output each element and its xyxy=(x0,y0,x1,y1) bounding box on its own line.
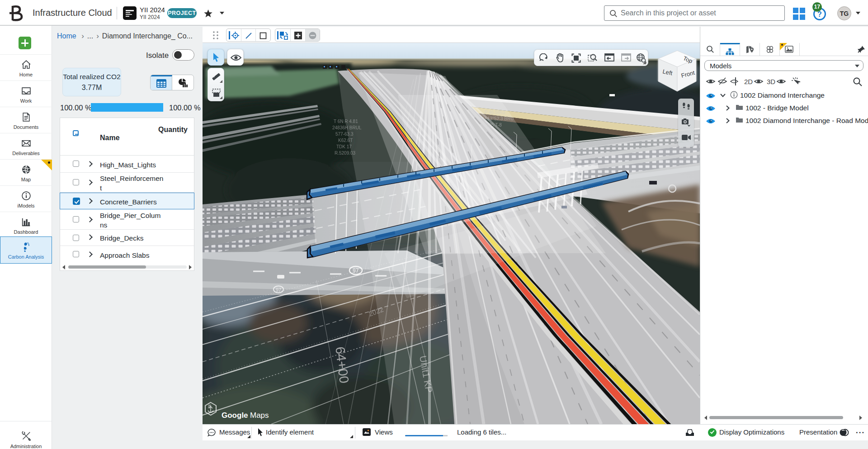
svg-text:24836H BRUL: 24836H BRUL xyxy=(332,125,362,130)
svg-text:2D: 2D xyxy=(744,78,753,85)
svg-text:Maps: Maps xyxy=(250,411,269,420)
svg-text:TDK 17: TDK 17 xyxy=(336,144,352,149)
svg-text:Google: Google xyxy=(222,411,248,420)
svg-text:97: 97 xyxy=(276,287,281,293)
svg-text:P 46.5863: P 46.5863 xyxy=(485,110,505,115)
svg-text:R.5209.03: R.5209.03 xyxy=(335,151,356,156)
svg-text:97: 97 xyxy=(353,268,359,274)
svg-text:105 T-8: 105 T-8 xyxy=(486,123,502,128)
svg-text:T 6N R 4.81: T 6N R 4.81 xyxy=(334,119,358,124)
svg-text:577-63.3: 577-63.3 xyxy=(335,132,354,137)
svg-text:K62.6T: K62.6T xyxy=(338,138,353,143)
svg-text:U.13°52.3 BRU: U.13°52.3 BRU xyxy=(483,116,514,121)
svg-text:3D: 3D xyxy=(767,78,775,85)
